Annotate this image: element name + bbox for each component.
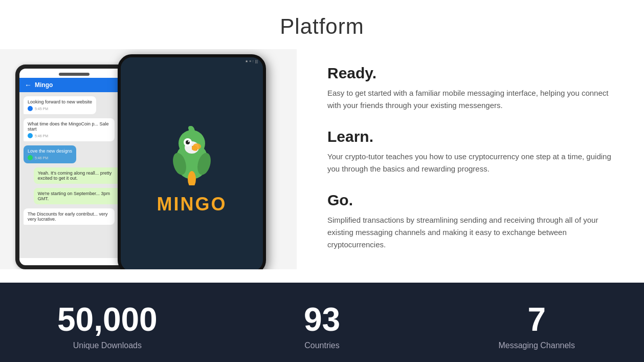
features-section: Ready. Easy to get started with a famili… — [297, 49, 644, 283]
feature-go: Go. Simplified transactions by streamlin… — [327, 191, 613, 251]
list-item: The Discounts for early contribut... ver… — [24, 208, 115, 225]
feature-ready: Ready. Easy to get started with a famili… — [327, 65, 613, 112]
stat-label-countries: Countries — [215, 341, 430, 350]
phone-front: ★ ≡ ↑ ||| — [118, 54, 266, 269]
main-content: ← Mingo Looking forward to new website 5… — [0, 49, 644, 283]
parrot-icon — [161, 124, 223, 185]
stat-number-downloads: 50,000 — [0, 303, 215, 336]
list-item: Love the new designs 5:46 PM — [24, 145, 76, 163]
phone-section: ← Mingo Looking forward to new website 5… — [0, 49, 297, 269]
list-item: We're starting on September... 3pm GMT. — [34, 188, 125, 204]
list-item: What time does the MingoCoin p... Sale s… — [24, 118, 115, 141]
list-item: Yeah. It's coming along reall... pretty … — [34, 167, 125, 184]
phone-back: ← Mingo Looking forward to new website 5… — [15, 65, 133, 269]
whatsapp-icon — [28, 155, 33, 160]
chat-name: Mingo — [35, 81, 53, 89]
stat-channels: 7 Messaging Channels — [429, 303, 644, 350]
svg-point-11 — [193, 143, 201, 150]
stats-footer: 50,000 Unique Downloads 93 Countries 7 M… — [0, 283, 644, 362]
speaker-bar — [59, 73, 90, 76]
brand-name: MINGO — [157, 194, 227, 215]
stat-label-downloads: Unique Downloads — [0, 341, 215, 350]
page-header: Platform — [0, 0, 644, 49]
mingo-logo-area: MINGO — [157, 57, 227, 269]
list-item: Looking forward to new website 5:45 PM — [24, 96, 96, 114]
stat-downloads: 50,000 Unique Downloads — [0, 303, 215, 350]
feature-title-learn: Learn. — [327, 128, 613, 145]
stat-label-channels: Messaging Channels — [429, 341, 644, 350]
chat-header: ← Mingo — [19, 78, 129, 92]
page-title: Platform — [0, 14, 644, 39]
phone-notch: ★ ≡ ↑ ||| — [121, 57, 263, 69]
chat-messages: Looking forward to new website 5:45 PM W… — [19, 92, 129, 258]
feature-title-go: Go. — [327, 191, 613, 209]
feature-learn: Learn. Your crypto-tutor teaches you how… — [327, 128, 613, 175]
feature-desc-ready: Easy to get started with a familiar mobi… — [327, 87, 613, 112]
feature-title-ready: Ready. — [327, 65, 613, 82]
svg-point-5 — [188, 141, 190, 142]
twitter-icon — [28, 133, 33, 138]
facebook-icon — [28, 106, 33, 111]
stat-number-channels: 7 — [429, 303, 644, 336]
stat-number-countries: 93 — [215, 303, 430, 336]
svg-point-10 — [188, 126, 192, 130]
feature-desc-go: Simplified transactions by streamlining … — [327, 214, 613, 251]
back-arrow-icon: ← — [25, 81, 32, 89]
stat-countries: 93 Countries — [215, 303, 430, 350]
feature-desc-learn: Your crypto-tutor teaches you how to use… — [327, 151, 613, 175]
phones-container: ← Mingo Looking forward to new website 5… — [0, 49, 297, 269]
status-icons: ★ ≡ ↑ ||| — [245, 59, 258, 63]
